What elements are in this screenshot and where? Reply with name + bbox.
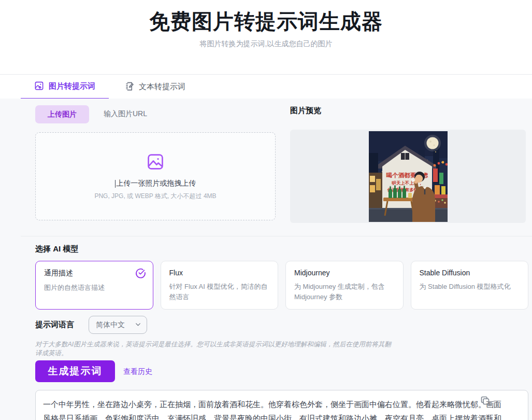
- model-name: Stable Diffusion: [420, 269, 520, 277]
- text-cursor: [115, 180, 116, 188]
- tab-label: 文本转提示词: [139, 82, 185, 92]
- model-name: Midjourney: [294, 269, 395, 277]
- copy-button[interactable]: [479, 395, 491, 407]
- selected-language: 简体中文: [96, 320, 135, 330]
- page-title: 免费图片转提示词生成器: [0, 7, 532, 36]
- page-subtitle: 将图片转换为提示词,以生成您自己的图片: [0, 39, 532, 49]
- view-history-link[interactable]: 查看历史: [123, 367, 152, 376]
- language-tip-text: 对于大多数AI图片生成器来说，英语提示词是最佳选择。您可以生成非英语提示词以更好…: [35, 340, 393, 358]
- chevron-down-icon: [135, 320, 141, 330]
- model-card-flux[interactable]: Flux 针对 Flux AI 模型优化，简洁的自然语言: [161, 261, 279, 310]
- copy-icon: [480, 400, 491, 408]
- tab-text-to-prompt[interactable]: 文本转提示词: [120, 75, 203, 99]
- model-description: 针对 Flux AI 模型优化，简洁的自然语言: [169, 282, 270, 302]
- content-panel: 上传图片 输入图片URL 上传一张照片或拖拽上传 PNG, JPG, 或 WEB…: [0, 99, 532, 420]
- note-edit-icon: [124, 81, 134, 93]
- dropzone-hint: PNG, JPG, 或 WEBP 格式, 大小不超过 4MB: [94, 192, 216, 201]
- upload-image-mode-button[interactable]: 上传图片: [35, 105, 89, 123]
- prompt-language-label: 提示词语言: [35, 320, 74, 330]
- model-card-stable-diffusion[interactable]: Stable Diffusion 为 Stable Diffusion 模型格式…: [411, 261, 529, 310]
- model-card-list: 通用描述 图片的自然语言描述 Flux 针对 Flux AI 模型优化，简洁的自…: [35, 261, 528, 310]
- check-circle-icon: [135, 268, 146, 281]
- model-description: 为 Stable Diffusion 模型格式化: [420, 282, 520, 292]
- upload-dropzone[interactable]: 上传一张照片或拖拽上传 PNG, JPG, 或 WEBP 格式, 大小不超过 4…: [35, 132, 276, 220]
- image-preview-panel: 喝个酒都要考虑 明天上不上班， 你说我能有多快乐。: [290, 130, 526, 223]
- model-description: 图片的自然语言描述: [44, 283, 145, 293]
- prompt-language-select[interactable]: 简体中文: [89, 316, 147, 334]
- image-to-prompt-generator-page: 免费图片转提示词生成器 将图片转换为提示词,以生成您自己的图片 图片转提示词: [0, 0, 532, 420]
- model-name: Flux: [169, 269, 270, 277]
- generated-prompt-output[interactable]: 一个中年男性，坐在路边小桌旁，正在抽烟，面前放着酒和花生。他穿着棕色外套，侧坐于…: [35, 390, 528, 420]
- image-placeholder-icon: [146, 152, 165, 174]
- model-card-midjourney[interactable]: Midjourney 为 Midjourney 生成定制，包含 Midjourn…: [285, 261, 404, 310]
- image-up-icon: [34, 81, 44, 92]
- model-section-title: 选择 AI 模型: [35, 244, 78, 254]
- image-url-mode-button[interactable]: 输入图片URL: [104, 109, 147, 119]
- dropzone-title: 上传一张照片或拖拽上传: [115, 179, 196, 188]
- model-name: 通用描述: [44, 269, 145, 278]
- model-description: 为 Midjourney 生成定制，包含 Midjourney 参数: [294, 282, 395, 302]
- tab-bar: 图片转提示词 文本转提示词: [0, 74, 532, 99]
- preview-section-title: 图片预览: [290, 106, 321, 116]
- tab-image-to-prompt[interactable]: 图片转提示词: [21, 75, 109, 99]
- generate-prompt-button[interactable]: 生成提示词: [35, 360, 115, 382]
- model-card-general[interactable]: 通用描述 图片的自然语言描述: [35, 261, 153, 310]
- uploaded-image-preview: 喝个酒都要考虑 明天上不上班， 你说我能有多快乐。: [369, 131, 448, 222]
- tab-label: 图片转提示词: [49, 81, 95, 91]
- section-divider: [21, 236, 532, 236]
